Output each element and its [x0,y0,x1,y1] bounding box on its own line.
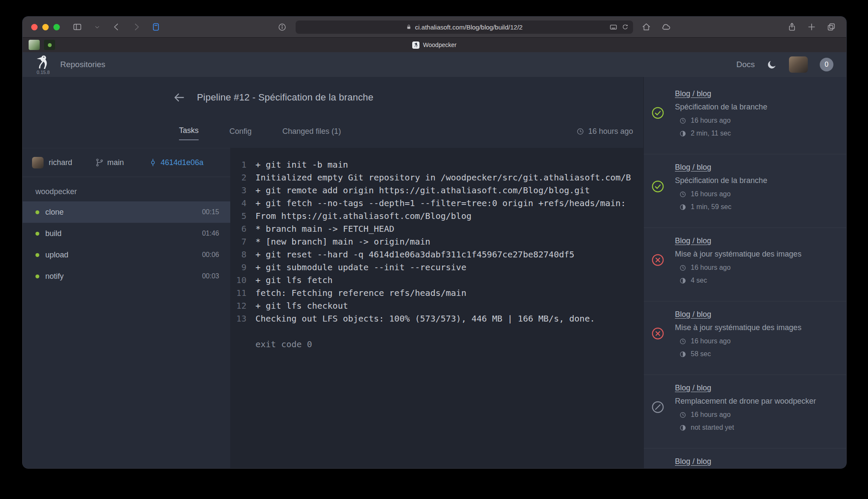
pipeline-card[interactable]: Blog / blog Remplacement de drone par wo… [644,449,846,468]
browser-toolbar: ci.athaliasoft.com/Blog/blog/build/12/2 [23,17,846,37]
pending-status-icon [651,401,664,413]
nav-repositories[interactable]: Repositories [60,60,106,69]
log-line: 3+ git remote add origin https://git.ath… [230,184,643,197]
active-tab[interactable]: Woodpecker [412,41,456,49]
step-build[interactable]: build 01:46 [23,223,230,244]
new-window-icon[interactable] [150,21,162,33]
user-avatar[interactable] [789,56,808,73]
log-line: 11fetch: Fetching reference refs/heads/m… [230,286,643,299]
repo-link[interactable]: Blog / blog [675,310,711,319]
repo-link[interactable]: Blog / blog [675,236,711,245]
share-icon[interactable] [786,21,798,33]
back-button[interactable] [110,21,123,33]
step-status-dot [35,210,39,214]
step-status-dot [35,232,39,236]
counter-badge[interactable]: 0 [820,58,833,71]
repo-link[interactable]: Blog / blog [675,89,711,98]
repo-link[interactable]: Blog / blog [675,457,711,466]
pinned-tab[interactable] [29,40,40,50]
pipeline-card[interactable]: Blog / blog Spécification de la branche … [644,154,846,228]
step-status-dot [35,275,39,278]
workflow-name: woodpecker [35,187,230,196]
repo-link[interactable]: Blog / blog [675,384,711,393]
minimize-window-button[interactable] [42,24,49,30]
pipeline-card[interactable]: Blog / blog Remplacement de drone par wo… [644,375,846,449]
build-duration: not started yet [679,424,839,431]
duration-icon [679,130,686,137]
recent-pipelines-sidebar: Blog / blog Spécification de la branche … [643,77,846,468]
clock-icon [679,117,686,124]
step-notify[interactable]: notify 00:03 [23,266,230,287]
pipeline-card[interactable]: Blog / blog Mise à jour systématique des… [644,228,846,301]
tab-overview-icon[interactable] [825,21,838,33]
log-output: 1+ git init -b main 2Initialized empty G… [230,148,643,468]
screen: ci.athaliasoft.com/Blog/blog/build/12/2 [0,0,868,499]
page-settings-icon[interactable] [276,21,289,33]
keyboard-icon[interactable] [610,24,617,30]
close-window-button[interactable] [31,24,38,30]
duration-icon [679,424,686,431]
commit-message: Mise à jour systématique des images [675,250,839,259]
woodpecker-logo[interactable]: 0.15.8 [35,54,51,75]
window-controls [31,24,60,30]
author-avatar [32,157,44,168]
pipeline-tabs: Tasks Config Changed files (1) 16 hours … [179,126,633,140]
new-tab-icon[interactable] [805,21,818,33]
clock-icon [576,127,584,136]
home-icon[interactable] [640,21,653,33]
cloud-icon[interactable] [660,21,672,33]
steps-panel: richard main 4614d1e06a wood [23,148,230,468]
back-arrow-icon[interactable] [173,92,185,103]
forward-button[interactable] [130,21,143,33]
reload-icon[interactable] [622,24,629,31]
url-text: ci.athaliasoft.com/Blog/blog/build/12/2 [415,24,523,31]
build-duration: 2 min, 11 sec [679,130,839,137]
branch-ref[interactable]: main [95,158,124,167]
woodpecker-app: 0.15.8 Repositories Docs 0 Pipelin [23,52,846,468]
tab-tasks[interactable]: Tasks [179,126,199,140]
log-line: 6* branch main -> FETCH_HEAD [230,222,643,235]
page-title: Pipeline #12 - Spécification de la branc… [197,92,373,103]
log-line: 10+ git lfs fetch [230,274,643,286]
dark-mode-moon-icon[interactable] [767,59,777,70]
branch-icon [95,158,104,167]
tab-changed-files[interactable]: Changed files (1) [282,127,341,140]
build-time: 16 hours ago [679,264,839,272]
log-line: 12+ git lfs checkout [230,299,643,312]
commit-icon [149,158,157,167]
clock-icon [679,411,686,419]
lock-icon [406,24,412,30]
pipeline-card[interactable]: Blog / blog Spécification de la branche … [644,81,846,154]
commit-message: Spécification de la branche [675,103,839,112]
step-upload[interactable]: upload 00:06 [23,244,230,266]
failure-status-icon [651,327,664,340]
tab-config[interactable]: Config [229,127,252,140]
log-line: 5From https://git.athaliasoft.com/Blog/b… [230,210,643,222]
failure-status-icon [651,254,664,266]
nav-docs[interactable]: Docs [736,60,755,69]
chevron-down-icon[interactable] [91,21,103,33]
clock-icon [679,264,686,272]
log-line: 8+ git reset --hard -q 4614d1e06a3dabf31… [230,248,643,261]
step-clone[interactable]: clone 00:15 [23,201,230,223]
app-header: 0.15.8 Repositories Docs 0 [23,52,846,77]
pipeline-time: 16 hours ago [576,127,633,140]
zoom-window-button[interactable] [53,24,60,30]
duration-icon [679,277,686,284]
pinned-tab[interactable] [44,40,55,50]
version-label: 0.15.8 [37,70,50,75]
duration-icon [679,351,686,358]
log-line: 7* [new branch] main -> origin/main [230,235,643,248]
pipeline-card[interactable]: Blog / blog Mise à jour systématique des… [644,301,846,375]
sidebar-toggle-icon[interactable] [71,21,84,33]
build-time: 16 hours ago [679,337,839,345]
commit-message: Mise à jour systématique des images [675,323,839,332]
commit-link[interactable]: 4614d1e06a [149,158,203,167]
log-line: 2Initialized empty Git repository in /wo… [230,171,643,184]
commit-meta-row: richard main 4614d1e06a [23,148,230,177]
repo-link[interactable]: Blog / blog [675,163,711,172]
tab-strip: Woodpecker [23,37,846,52]
url-bar[interactable]: ci.athaliasoft.com/Blog/blog/build/12/2 [296,21,633,34]
success-status-icon [651,106,664,119]
woodpecker-favicon [412,41,419,49]
